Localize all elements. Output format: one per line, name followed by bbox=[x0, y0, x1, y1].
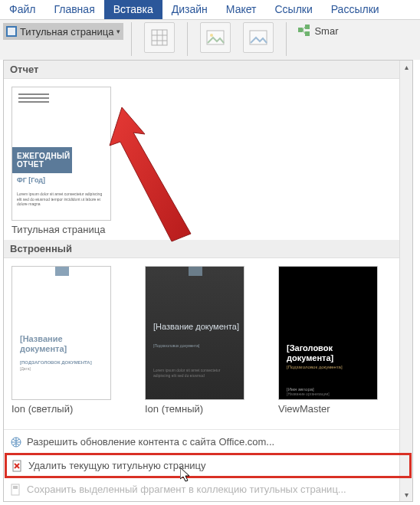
gallery-footer: Разрешить обновление контента с сайта Of… bbox=[4, 429, 412, 501]
svg-rect-10 bbox=[305, 31, 310, 36]
picture-icon bbox=[206, 30, 225, 45]
report-placeholder-text: Lorem ipsum dolor sit amet consectetur a… bbox=[17, 192, 103, 207]
save-page-icon bbox=[10, 484, 22, 496]
cover-page-dropdown[interactable]: Титульная страница ▾ bbox=[3, 23, 123, 40]
gallery-item-ion-dark[interactable]: [Название документа] [Подзаголовок докум… bbox=[145, 266, 252, 415]
cover-page-icon bbox=[6, 26, 17, 37]
ribbon-divider bbox=[187, 22, 188, 56]
smartart-button[interactable]: Smar bbox=[294, 22, 341, 39]
thumbnail-ion-light: [Название документа] [ПОДЗАГОЛОВОК ДОКУМ… bbox=[11, 266, 111, 400]
thumbnail-report: ЕЖЕГОДНЫЙ ОТЧЕТ ФГ [Год] Lorem ipsum dol… bbox=[11, 87, 111, 221]
svg-point-6 bbox=[210, 34, 213, 37]
thumbnail-label: ViewMaster bbox=[278, 403, 386, 415]
globe-icon bbox=[10, 436, 22, 448]
online-picture-icon bbox=[249, 30, 267, 45]
pictures-button[interactable] bbox=[200, 22, 231, 53]
tab-layout[interactable]: Макет bbox=[217, 0, 266, 19]
gallery-item-viewmaster[interactable]: [Заголовок документа] [Подзаголовок доку… bbox=[278, 266, 386, 415]
smartart-label: Smar bbox=[314, 25, 338, 37]
svg-rect-8 bbox=[298, 28, 303, 32]
scroll-up-icon[interactable]: ▴ bbox=[400, 61, 412, 74]
svg-rect-0 bbox=[152, 30, 167, 45]
gallery-section-report: Отчет bbox=[4, 61, 412, 79]
ribbon-divider bbox=[286, 22, 287, 56]
thumbnail-label: Ion (светлый) bbox=[11, 403, 119, 415]
tab-mailings[interactable]: Рассылки bbox=[322, 0, 389, 19]
online-pictures-button[interactable] bbox=[243, 22, 274, 53]
tab-insert[interactable]: Вставка bbox=[104, 0, 162, 19]
remove-page-icon bbox=[11, 460, 24, 472]
svg-rect-9 bbox=[305, 25, 310, 29]
smartart-icon bbox=[297, 24, 311, 38]
svg-rect-7 bbox=[250, 31, 267, 44]
svg-line-12 bbox=[303, 30, 305, 34]
report-title: ЕЖЕГОДНЫЙ ОТЧЕТ bbox=[12, 147, 72, 173]
thumbnail-ion-dark: [Название документа] [Подзаголовок докум… bbox=[145, 266, 244, 400]
tab-file[interactable]: Файл bbox=[0, 0, 44, 19]
table-icon bbox=[151, 29, 168, 46]
svg-line-11 bbox=[303, 27, 305, 30]
menu-update-from-office[interactable]: Разрешить обновление контента с сайта Of… bbox=[4, 430, 412, 454]
tab-bar: Файл Главная Вставка Дизайн Макет Ссылки… bbox=[0, 0, 420, 20]
menu-save-selection: Сохранить выделенный фрагмент в коллекци… bbox=[4, 477, 412, 501]
tab-references[interactable]: Ссылки bbox=[265, 0, 321, 19]
chevron-down-icon: ▾ bbox=[116, 28, 120, 35]
tab-design[interactable]: Дизайн bbox=[162, 0, 217, 19]
table-button[interactable] bbox=[144, 22, 175, 53]
tab-home[interactable]: Главная bbox=[44, 0, 103, 19]
thumbnail-label: Ion (темный) bbox=[145, 403, 252, 415]
report-subtitle: ФГ [Год] bbox=[17, 176, 45, 184]
gallery-item-report[interactable]: ЕЖЕГОДНЫЙ ОТЧЕТ ФГ [Год] Lorem ipsum dol… bbox=[11, 87, 119, 235]
svg-rect-19 bbox=[13, 486, 18, 489]
thumbnail-viewmaster: [Заголовок документа] [Подзаголовок доку… bbox=[278, 266, 378, 400]
cover-page-gallery: ▴ ▾ Отчет ЕЖЕГОДНЫЙ ОТЧЕТ ФГ [Год] Lorem… bbox=[3, 60, 413, 502]
cover-page-label: Титульная страница bbox=[20, 26, 113, 38]
thumbnail-label: Титульная страница bbox=[11, 224, 119, 235]
ribbon: Титульная страница ▾ Smar bbox=[0, 20, 420, 60]
gallery-item-ion-light[interactable]: [Название документа] [ПОДЗАГОЛОВОК ДОКУМ… bbox=[11, 266, 119, 415]
gallery-section-builtin: Встроенный bbox=[4, 240, 412, 258]
ribbon-divider bbox=[131, 22, 132, 56]
menu-remove-cover-page[interactable]: Удалить текущую титульную страницу bbox=[5, 454, 411, 477]
svg-rect-5 bbox=[207, 31, 224, 44]
